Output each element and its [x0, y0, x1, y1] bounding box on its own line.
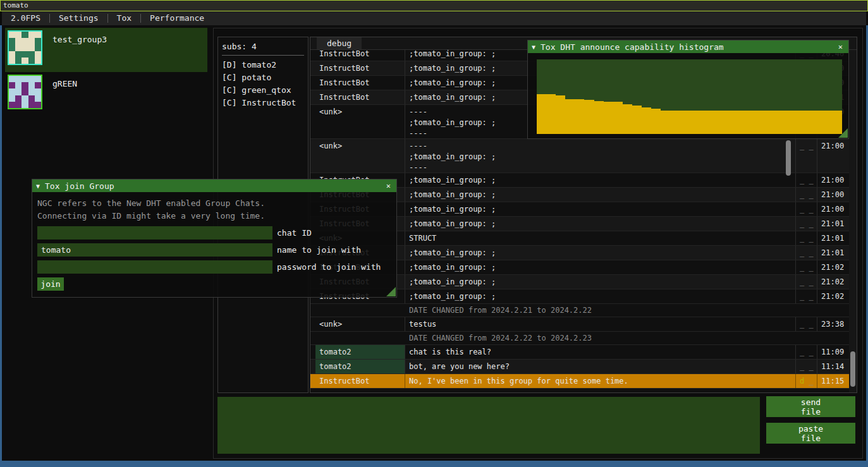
message-text: STRUCT: [405, 231, 796, 245]
resize-grip[interactable]: [838, 128, 848, 138]
chat-scrollbar-thumb[interactable]: [850, 351, 855, 387]
message-time: 21:00: [817, 188, 849, 202]
histogram-bar: [661, 111, 670, 134]
sub-role-tag: [C]: [222, 73, 236, 82]
group-avatar: [8, 75, 42, 109]
paste-file-button[interactable]: paste file: [766, 423, 855, 444]
dht-histogram-title: Tox DHT announce capability histogram: [541, 41, 836, 53]
send-file-button[interactable]: send file: [766, 396, 855, 417]
menu-item-performance[interactable]: Performance: [141, 11, 213, 25]
sender-name: tomato2: [315, 360, 405, 373]
message-status: _ _: [796, 289, 817, 303]
message-text: chat is this real?: [405, 345, 796, 359]
sub-item-InstructBot[interactable]: [C] InstructBot: [222, 97, 304, 109]
window-titlebar[interactable]: tomato: [0, 0, 868, 11]
log-scrollbar-thumb[interactable]: [786, 140, 791, 176]
subs-title: subs: 4: [222, 42, 304, 51]
message-row[interactable]: InstructBotNo, I've been in this group f…: [310, 374, 849, 389]
histogram-bar: [584, 100, 594, 134]
message-status: _ _: [796, 217, 817, 231]
histogram-bar: [718, 111, 728, 134]
collapse-icon[interactable]: ▼: [36, 180, 40, 192]
group-name: gREEN: [52, 79, 77, 114]
join-password-label: password to join with: [277, 262, 381, 272]
message-status: _ _: [796, 202, 817, 216]
join-group-titlebar[interactable]: ▼ Tox join Group ✕: [32, 179, 396, 192]
sub-item-green_qtox[interactable]: [C] green_qtox: [222, 84, 304, 97]
message-status: _ _: [796, 317, 817, 331]
group-name: test_group3: [52, 35, 107, 72]
message-row[interactable]: <unk>----;tomato_in_group: ;----_ _21:00: [310, 139, 849, 173]
histogram-bar: [575, 99, 584, 134]
sub-item-potato[interactable]: [C] potato: [222, 71, 304, 84]
message-text: ----;tomato_in_group: ;----: [405, 139, 796, 173]
histogram-bar: [699, 111, 709, 134]
message-time: 21:01: [817, 231, 849, 245]
date-changed-text: DATE CHANGED from 2024.2.21 to 2024.2.22: [405, 304, 849, 317]
subs-separator: [222, 55, 304, 56]
dht-histogram-titlebar[interactable]: ▼ Tox DHT announce capability histogram …: [528, 40, 848, 53]
histogram-bar: [604, 102, 613, 134]
histogram-bar: [670, 111, 680, 134]
close-icon[interactable]: ✕: [384, 180, 393, 192]
message-input[interactable]: [217, 397, 760, 454]
histogram-bar: [709, 111, 718, 134]
histogram-bar: [642, 107, 651, 134]
group-item-test_group3[interactable]: test_group3: [5, 28, 207, 72]
menu-item-tox[interactable]: Tox: [108, 11, 140, 25]
message-time: 21:02: [817, 289, 849, 303]
sub-name: green_qtox: [241, 85, 291, 95]
sender-name: InstructBot: [315, 374, 405, 388]
message-row[interactable]: tomato2bot, are you new here?_ _11:14: [310, 360, 849, 374]
message-status: _ _: [796, 360, 817, 373]
menu-item-settings[interactable]: Settings: [50, 11, 107, 25]
date-changed-row: DATE CHANGED from 2024.2.21 to 2024.2.22: [310, 304, 849, 317]
sender-name: <unk>: [315, 139, 405, 173]
histogram-bar: [546, 94, 556, 134]
sub-role-tag: [C]: [222, 98, 236, 107]
histogram-bar: [594, 101, 604, 134]
join-group-title: Tox join Group: [45, 180, 384, 192]
tab-debug[interactable]: debug: [317, 37, 362, 49]
message-text: testus: [405, 317, 796, 331]
resize-grip[interactable]: [386, 287, 396, 296]
sub-item-tomato2[interactable]: [D] tomato2: [222, 59, 304, 71]
chat-id-field[interactable]: [37, 226, 272, 240]
menu-bar-items: SettingsToxPerformance: [49, 11, 213, 25]
join-name-label: name to join with: [277, 245, 361, 255]
sender-name: InstructBot: [315, 90, 405, 104]
message-time: 21:01: [817, 246, 849, 260]
close-icon[interactable]: ✕: [836, 41, 845, 53]
date-changed-row: DATE CHANGED from 2024.2.22 to 2024.2.23: [310, 332, 849, 345]
histogram-bar: [537, 94, 546, 134]
message-status: _ _: [796, 188, 817, 202]
window-border-left: [0, 25, 2, 467]
message-text: ;tomato_in_group: ;: [405, 217, 796, 231]
message-time: 23:38: [817, 317, 849, 331]
message-status: d _: [796, 374, 817, 388]
join-group-window: ▼ Tox join Group ✕ NGC refers to the New…: [32, 179, 397, 298]
sender-name: InstructBot: [315, 61, 405, 75]
message-time: 21:00: [817, 202, 849, 216]
join-name-field[interactable]: [37, 243, 272, 257]
histogram-bar: [795, 111, 804, 134]
histogram-bar: [766, 111, 775, 134]
join-button[interactable]: join: [37, 277, 64, 291]
message-time: 11:14: [817, 360, 849, 373]
fps-indicator: 2.0FPS: [2, 11, 49, 25]
sender-name: <unk>: [315, 317, 405, 331]
message-status: _ _: [796, 139, 817, 173]
sub-role-tag: [D]: [222, 60, 236, 70]
message-row[interactable]: tomato2chat is this real?_ _11:09: [310, 345, 849, 360]
collapse-icon[interactable]: ▼: [532, 41, 535, 53]
message-text: No, I've been in this group for quite so…: [405, 374, 796, 388]
histogram-bar: [747, 111, 756, 134]
menu-bar: 2.0FPS SettingsToxPerformance: [2, 11, 866, 25]
group-item-gREEN[interactable]: gREEN: [5, 72, 207, 114]
message-row[interactable]: <unk>testus_ _23:38: [310, 317, 849, 332]
message-time: 21:00: [817, 139, 849, 173]
join-password-field[interactable]: [37, 260, 272, 274]
dht-histogram-plot: [537, 59, 842, 134]
message-time: 11:15: [817, 374, 849, 388]
chat-scrollbar-track[interactable]: [849, 50, 857, 392]
